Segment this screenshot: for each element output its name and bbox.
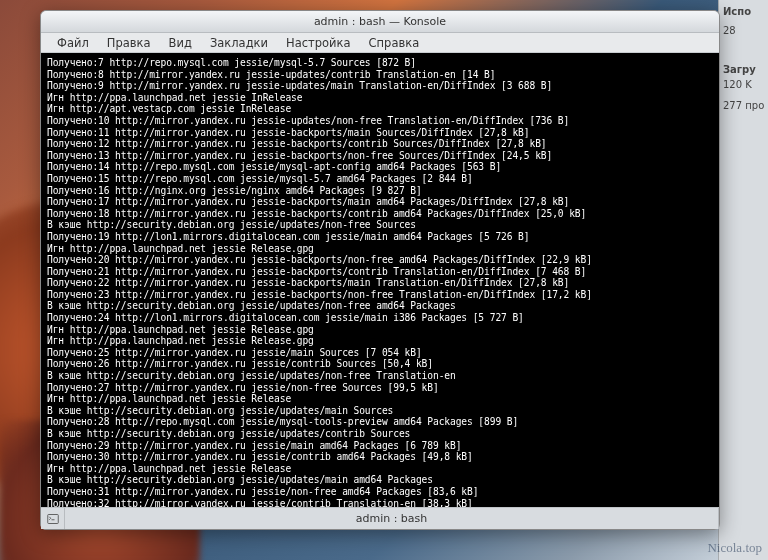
menu-settings[interactable]: Настройка (278, 34, 359, 52)
window-titlebar[interactable]: admin : bash — Konsole (41, 11, 719, 33)
menu-edit[interactable]: Правка (99, 34, 159, 52)
menu-bar: Файл Правка Вид Закладки Настройка Справ… (41, 33, 719, 53)
window-title: admin : bash — Konsole (314, 15, 446, 28)
system-monitor-panel: Испо 28 Загру 120 K 277 про (718, 0, 768, 560)
tab-active[interactable]: admin : bash (65, 508, 719, 529)
menu-file[interactable]: Файл (49, 34, 97, 52)
sidebar-download-label: Загру (723, 64, 764, 75)
menu-help[interactable]: Справка (361, 34, 428, 52)
konsole-window: admin : bash — Konsole Файл Правка Вид З… (40, 10, 720, 530)
watermark: Nicola.top (707, 540, 762, 556)
terminal-icon (47, 513, 59, 525)
sidebar-processes: 277 про (723, 100, 764, 111)
menu-view[interactable]: Вид (161, 34, 200, 52)
svg-rect-0 (47, 514, 58, 523)
menu-bookmarks[interactable]: Закладки (202, 34, 276, 52)
terminal-output[interactable]: Получено:7 http://repo.mysql.com jessie/… (41, 53, 719, 507)
sidebar-title: Испо (723, 6, 764, 17)
tab-bar: admin : bash (41, 507, 719, 529)
sidebar-download-value: 120 K (723, 79, 764, 90)
new-tab-button[interactable] (41, 508, 65, 529)
sidebar-value: 28 (723, 25, 764, 36)
tab-label: admin : bash (356, 512, 428, 525)
